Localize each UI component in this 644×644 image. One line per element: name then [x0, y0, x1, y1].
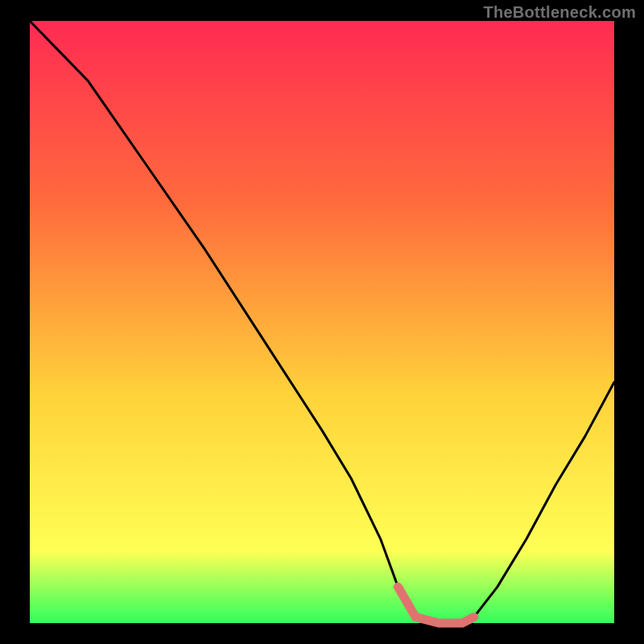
attribution-label: TheBottleneck.com: [483, 3, 636, 22]
plot-area: [30, 21, 614, 623]
chart-svg: [0, 0, 644, 644]
chart-root: TheBottleneck.com: [0, 0, 644, 644]
